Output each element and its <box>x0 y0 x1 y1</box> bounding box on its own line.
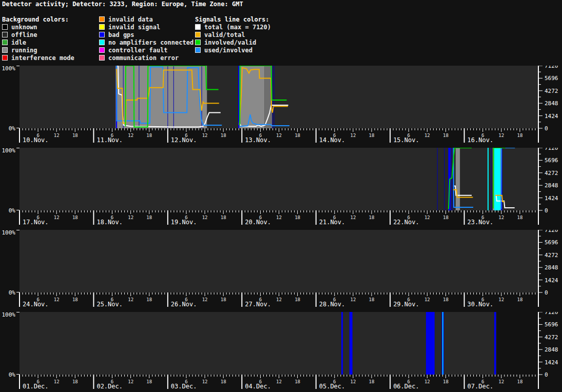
right-axis-label: 1424 <box>545 359 558 366</box>
hour-label: 18 <box>72 215 78 220</box>
right-axis-label: 0 <box>545 125 548 132</box>
right-axis-label: 2848 <box>545 346 558 353</box>
hour-label: 6 <box>333 379 336 384</box>
legend-signal-valid-total: valid/total <box>195 31 271 38</box>
hour-label: 6 <box>111 215 113 220</box>
status-line-no_amplifiers <box>488 148 489 210</box>
hour-label: 18 <box>369 297 375 302</box>
date-label: 13.Nov. <box>245 136 271 144</box>
legend-signal-total-swatch <box>195 24 201 30</box>
status-line-bad_gps_line <box>437 148 438 210</box>
hour-label: 12 <box>424 379 430 384</box>
legend-bg-interference-mode: interference mode <box>2 54 74 62</box>
legend-status-invalid-data: invalid data <box>99 15 193 23</box>
hour-label: 18 <box>517 297 522 302</box>
legend-status-controller-fault-label: controller fault <box>108 47 168 54</box>
hour-label: 6 <box>36 215 39 220</box>
legend-signals-title-label: Signals line colors: <box>195 16 269 23</box>
hour-label: 12 <box>276 379 282 384</box>
offline-background-band <box>20 312 496 375</box>
right-axis-label: 0 <box>545 289 548 296</box>
hour-label: 12 <box>202 215 208 220</box>
date-label: 21.Nov. <box>319 219 345 226</box>
hour-label: 6 <box>481 379 484 384</box>
right-axis-label: 5696 <box>545 157 558 164</box>
hour-label: 12 <box>202 297 208 302</box>
hour-label: 6 <box>36 379 39 384</box>
hour-label: 18 <box>72 297 78 302</box>
hour-label: 18 <box>369 215 375 220</box>
status-line-no_amplifiers <box>442 312 443 375</box>
date-label: 15.Nov. <box>393 136 419 144</box>
hour-label: 18 <box>146 379 152 384</box>
right-axis-label: 5696 <box>545 239 558 246</box>
hour-label: 18 <box>72 379 78 384</box>
hour-label: 6 <box>36 297 39 302</box>
chart-panel-3-svg: 24.Nov.6121825.Nov.6121826.Nov.6121827.N… <box>0 230 562 310</box>
date-label: 12.Nov. <box>171 136 197 144</box>
hour-label: 18 <box>146 133 152 138</box>
right-axis-label: 2848 <box>545 182 558 189</box>
date-label: 30.Nov. <box>468 301 494 308</box>
legend-status-invalid-data-label: invalid data <box>108 16 153 23</box>
left-axis-label-0: 0% <box>9 371 16 378</box>
hour-label: 12 <box>424 133 430 138</box>
legend-status-communication-error-label: communication error <box>108 54 179 62</box>
date-label: 07.Dec. <box>468 383 494 390</box>
legend-signal-valid-total-swatch <box>195 32 201 37</box>
legend-signal-involved-valid-swatch <box>195 40 201 45</box>
status-line-bad_gps_line <box>167 66 168 128</box>
date-label: 10.Nov. <box>23 136 49 144</box>
legend-signal-used-involved-label: used/involved <box>204 47 253 54</box>
hour-label: 12 <box>54 215 60 220</box>
state-band-running <box>456 148 460 210</box>
hour-label: 12 <box>54 133 60 138</box>
right-axis-label: 4272 <box>545 334 558 341</box>
right-axis-label: 0 <box>545 371 548 378</box>
hour-label: 6 <box>111 379 113 384</box>
hour-label: 18 <box>146 215 152 220</box>
right-axis-label: 4272 <box>545 252 558 259</box>
status-line-bad_gps_line <box>139 66 139 128</box>
date-label: 26.Nov. <box>171 301 197 308</box>
right-axis-label: 4272 <box>545 170 558 177</box>
hour-label: 18 <box>221 297 226 302</box>
legend-signal-involved-valid: involved/valid <box>195 38 271 46</box>
status-line-bad_gps_line <box>173 66 174 128</box>
legend-background-colors: Background colors:unknownofflineidlerunn… <box>2 15 74 62</box>
date-label: 19.Nov. <box>171 219 197 226</box>
legend-signal-involved-valid-label: involved/valid <box>204 39 256 46</box>
hour-label: 6 <box>111 297 113 302</box>
offline-background-band <box>20 230 538 292</box>
legend-bg-interference-mode-label: interference mode <box>11 54 74 62</box>
hour-label: 6 <box>259 379 262 384</box>
legend-status-invalid-signal: invalid signal <box>99 23 193 31</box>
offline-background-band <box>20 66 538 128</box>
date-label: 11.Nov. <box>96 136 123 144</box>
status-line-bad_gps_line <box>451 148 452 210</box>
legend-status-no-amplifiers-connected-label: no amplifiers connected <box>108 39 193 46</box>
left-axis-label-0: 0% <box>9 289 16 296</box>
legend-status-communication-error-swatch <box>99 55 105 61</box>
state-band-running <box>115 66 207 128</box>
hour-label: 12 <box>424 215 430 220</box>
hour-label: 6 <box>259 297 262 302</box>
chart-panel-2-svg: 17.Nov.6121818.Nov.6121819.Nov.6121820.N… <box>0 148 562 228</box>
chart-panel-4: 01.Dec.6121802.Dec.6121803.Dec.6121804.D… <box>0 312 562 392</box>
hour-label: 12 <box>424 297 430 302</box>
hour-label: 6 <box>333 215 336 220</box>
hour-label: 12 <box>128 379 133 384</box>
right-axis-label: 1424 <box>545 277 558 284</box>
legend-signal-total-label: total (max = 7120) <box>204 24 271 31</box>
date-label: 17.Nov. <box>23 219 49 226</box>
legend-bg-offline: offline <box>2 31 74 38</box>
right-axis-label: 7120 <box>545 66 558 69</box>
hour-label: 18 <box>295 379 300 384</box>
legend-status-invalid-signal-swatch <box>99 24 105 30</box>
hour-label: 6 <box>408 215 410 220</box>
state-band-running <box>239 66 264 128</box>
hour-label: 12 <box>128 297 133 302</box>
hour-label: 6 <box>408 379 410 384</box>
hour-label: 12 <box>128 215 133 220</box>
hour-label: 18 <box>443 379 449 384</box>
